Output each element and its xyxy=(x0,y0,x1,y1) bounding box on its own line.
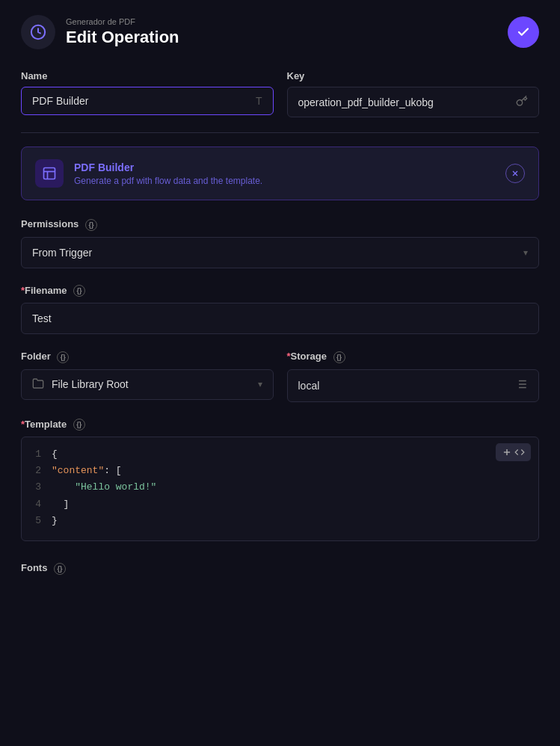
permissions-value: From Trigger xyxy=(32,247,92,259)
code-line-5: } xyxy=(52,513,501,529)
text-type-icon: T xyxy=(256,95,262,107)
chevron-down-icon: ▾ xyxy=(523,247,528,258)
folder-label: Folder {} xyxy=(21,351,274,363)
folder-storage-row: Folder {} File Library Root ▾ *Storage {… xyxy=(21,351,539,402)
folder-info-icon: {} xyxy=(57,351,69,363)
folder-value: File Library Root xyxy=(52,378,250,390)
header-subtitle: Generador de PDF xyxy=(66,17,179,26)
divider-1 xyxy=(21,132,539,133)
line-numbers: 1 2 3 4 5 xyxy=(22,446,52,528)
template-label: *Template {} xyxy=(21,419,539,431)
header-title-group: Generador de PDF Edit Operation xyxy=(66,17,179,47)
storage-value: local xyxy=(298,380,320,392)
plugin-name: PDF Builder xyxy=(74,161,262,173)
header-title: Edit Operation xyxy=(66,28,179,47)
template-section: *Template {} 1 2 xyxy=(21,419,539,542)
name-input[interactable]: PDF Builder xyxy=(32,95,256,107)
name-group: Name PDF Builder T xyxy=(21,70,274,117)
filename-info-icon: {} xyxy=(73,285,85,297)
key-value: operation_pdf_builder_ukobg xyxy=(298,96,434,108)
add-code-button[interactable] xyxy=(496,443,531,461)
code-content: { "content": [ "Hello world!" ] } xyxy=(52,446,538,528)
permissions-label: Permissions {} xyxy=(21,218,539,231)
header-left: Generador de PDF Edit Operation xyxy=(21,15,179,49)
code-line-3: "Hello world!" xyxy=(52,479,501,496)
key-input-wrapper: operation_pdf_builder_ukobg xyxy=(287,87,540,117)
code-editor-toolbar xyxy=(496,443,531,461)
plugin-close-button[interactable] xyxy=(505,164,525,183)
plugin-card: PDF Builder Generate a pdf with flow dat… xyxy=(21,147,539,200)
storage-select[interactable]: local xyxy=(287,369,540,402)
fonts-info-icon: {} xyxy=(54,563,66,575)
name-key-row: Name PDF Builder T Key operation_pdf_bui… xyxy=(21,70,539,117)
plugin-card-left: PDF Builder Generate a pdf with flow dat… xyxy=(35,159,262,188)
permissions-section: Permissions {} From Trigger ▾ xyxy=(21,218,539,268)
key-group: Key operation_pdf_builder_ukobg xyxy=(287,70,540,117)
page-container: Generador de PDF Edit Operation Name PDF… xyxy=(0,0,560,611)
name-input-wrapper[interactable]: PDF Builder T xyxy=(21,87,274,115)
storage-label: *Storage {} xyxy=(287,351,540,363)
plugin-icon xyxy=(35,159,64,188)
filename-section: *Filename {} Test xyxy=(21,285,539,335)
storage-section: *Storage {} local xyxy=(287,351,540,402)
permissions-info-icon: {} xyxy=(85,219,97,231)
fonts-section: Fonts {} xyxy=(21,562,539,575)
key-icon xyxy=(516,95,528,109)
filename-value: Test xyxy=(32,312,52,324)
header: Generador de PDF Edit Operation xyxy=(21,15,539,49)
template-info-icon: {} xyxy=(73,419,85,431)
plugin-info: PDF Builder Generate a pdf with flow dat… xyxy=(74,161,262,186)
code-editor[interactable]: 1 2 3 4 5 { "content": [ "Hello world!" … xyxy=(21,437,539,541)
code-line-4: ] xyxy=(52,496,501,513)
fonts-label: Fonts {} xyxy=(21,562,539,575)
storage-info-icon: {} xyxy=(333,351,345,363)
code-line-1: { xyxy=(52,446,501,463)
folder-select[interactable]: File Library Root ▾ xyxy=(21,369,274,400)
folder-chevron-icon: ▾ xyxy=(258,379,262,389)
name-label: Name xyxy=(21,70,274,81)
code-line-2: "content": [ xyxy=(52,463,501,479)
permissions-select[interactable]: From Trigger ▾ xyxy=(21,237,539,268)
folder-section: Folder {} File Library Root ▾ xyxy=(21,351,274,402)
app-icon xyxy=(21,15,55,49)
confirm-button[interactable] xyxy=(508,16,539,48)
storage-list-icon xyxy=(514,377,528,394)
code-lines: 1 2 3 4 5 { "content": [ "Hello world!" … xyxy=(22,446,538,528)
filename-label: *Filename {} xyxy=(21,285,539,298)
plugin-desc: Generate a pdf with flow data and the te… xyxy=(74,176,262,186)
key-label: Key xyxy=(287,70,540,81)
folder-icon xyxy=(32,377,44,392)
filename-input-wrapper[interactable]: Test xyxy=(21,303,539,334)
svg-rect-2 xyxy=(44,168,55,179)
